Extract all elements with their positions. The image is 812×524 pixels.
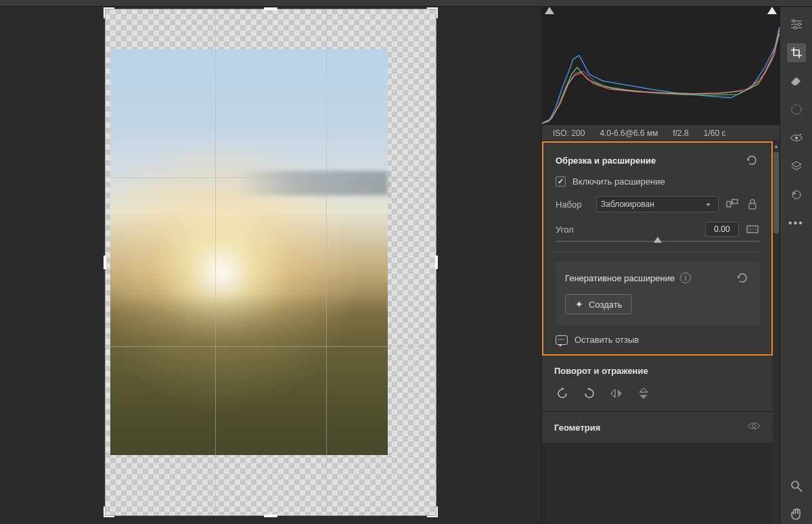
crop-border [105, 9, 436, 516]
angle-slider[interactable] [556, 237, 759, 246]
sliders-icon[interactable] [787, 15, 806, 34]
visibility-icon[interactable] [747, 421, 761, 433]
straighten-icon[interactable] [746, 222, 759, 236]
crop-handle-top-right[interactable] [427, 7, 438, 18]
geometry-panel[interactable]: Геометрия [542, 411, 773, 443]
svg-point-12 [793, 192, 796, 195]
speech-bubble-icon: ••• [556, 335, 568, 345]
scrollbar-up-icon[interactable]: ▲ [773, 141, 780, 151]
crop-panel-title: Обрезка и расширение [556, 156, 739, 166]
enable-expand-checkbox[interactable] [556, 176, 566, 187]
presets-icon[interactable] [787, 185, 806, 204]
preset-label: Набор [556, 199, 589, 210]
top-bar [0, 0, 812, 7]
feedback-label: Оставить отзыв [574, 335, 639, 345]
histogram[interactable] [542, 7, 780, 125]
main: ISO: 200 4.0-6.6@6.6 мм f/2.8 1/60 c ▲ О… [0, 7, 812, 524]
separator [554, 252, 761, 252]
reset-generative-icon[interactable] [736, 271, 750, 285]
svg-point-10 [800, 134, 801, 135]
svg-point-5 [792, 20, 795, 22]
crop-frame[interactable] [105, 9, 436, 516]
crop-handle-top-left[interactable] [104, 7, 114, 18]
tool-column: ••• [780, 7, 812, 524]
more-icon[interactable]: ••• [787, 214, 806, 233]
generative-title: Генеративное расширение [565, 273, 675, 283]
right-column: ISO: 200 4.0-6.6@6.6 мм f/2.8 1/60 c ▲ О… [541, 7, 812, 524]
svg-rect-0 [727, 201, 731, 207]
svg-point-4 [752, 425, 756, 428]
svg-point-13 [792, 481, 798, 488]
rotate-ccw-icon[interactable] [554, 385, 570, 402]
svg-rect-1 [732, 199, 738, 204]
flip-horizontal-icon[interactable] [608, 385, 625, 402]
swap-orientation-icon[interactable] [725, 197, 739, 211]
svg-point-6 [798, 23, 800, 26]
crop-handle-bottom[interactable] [264, 515, 277, 517]
radial-icon[interactable] [787, 100, 806, 119]
sparkle-icon: ✦ [575, 299, 583, 310]
panel-scroll-area: ▲ Обрезка и расширение Включить расширен… [542, 141, 780, 524]
svg-rect-2 [749, 204, 756, 209]
generate-button[interactable]: ✦ Создать [565, 294, 632, 314]
rotate-cw-icon[interactable] [581, 385, 597, 402]
angle-label: Угол [556, 224, 589, 235]
crop-handle-top[interactable] [264, 7, 277, 10]
generate-button-label: Создать [589, 300, 622, 310]
crop-handle-bottom-left[interactable] [104, 506, 114, 517]
canvas-area[interactable] [0, 7, 541, 524]
exif-iso: ISO: 200 [553, 128, 585, 138]
preset-select[interactable]: Заблокирован [596, 196, 719, 212]
exif-aperture: f/2.8 [673, 128, 688, 138]
scrollbar-thumb[interactable] [773, 152, 779, 233]
exif-row: ISO: 200 4.0-6.6@6.6 мм f/2.8 1/60 c [542, 125, 780, 141]
crop-tool-icon[interactable] [787, 43, 806, 62]
layers-icon[interactable] [787, 157, 806, 176]
lock-icon[interactable] [746, 197, 759, 211]
svg-point-9 [795, 137, 798, 139]
angle-input[interactable] [705, 222, 739, 237]
flip-vertical-icon[interactable] [635, 385, 652, 402]
feedback-link[interactable]: ••• Оставить отзыв [556, 335, 759, 345]
svg-point-7 [794, 26, 796, 29]
panel-column: ISO: 200 4.0-6.6@6.6 мм f/2.8 1/60 c ▲ О… [541, 7, 780, 524]
generative-expand-box: Генеративное расширение i ✦ Создать [556, 262, 759, 325]
hand-icon[interactable] [787, 505, 806, 524]
crop-expand-panel: Обрезка и расширение Включить расширение… [542, 141, 773, 356]
exif-shutter: 1/60 c [704, 128, 726, 138]
reset-crop-icon[interactable] [746, 153, 759, 167]
scrollbar-track[interactable]: ▲ [773, 141, 780, 524]
red-eye-icon[interactable] [787, 128, 806, 147]
svg-point-11 [792, 191, 800, 199]
enable-expand-label: Включить расширение [572, 176, 665, 187]
geometry-panel-title: Геометрия [554, 423, 600, 433]
crop-handle-bottom-right[interactable] [427, 506, 438, 517]
rotate-panel-title: Поворот и отражение [554, 366, 648, 376]
eraser-icon[interactable] [787, 72, 806, 91]
info-icon[interactable]: i [680, 272, 691, 283]
crop-handle-right[interactable] [435, 256, 438, 269]
svg-point-8 [792, 105, 801, 114]
crop-handle-left[interactable] [104, 256, 106, 269]
rotate-flip-panel: Поворот и отражение [542, 356, 773, 411]
exif-focal: 4.0-6.6@6.6 мм [600, 128, 658, 138]
zoom-icon[interactable] [787, 477, 806, 496]
